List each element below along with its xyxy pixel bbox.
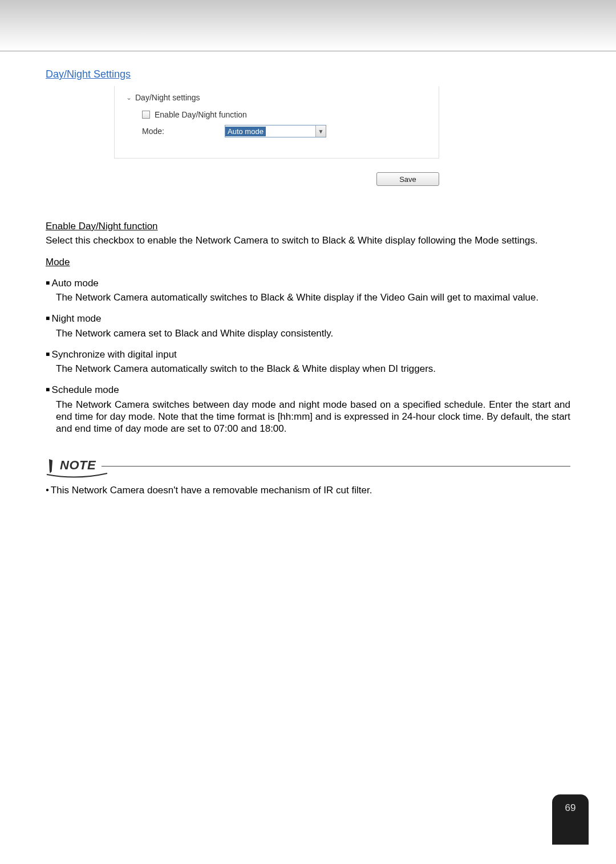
- page-header-gradient: [0, 0, 616, 51]
- documentation-body: Enable Day/Night function Select this ch…: [46, 220, 570, 435]
- mode-label: Mode:: [142, 127, 225, 136]
- page-number-tab: 69: [552, 794, 589, 845]
- chevron-down-icon: ▼: [315, 125, 326, 137]
- collapse-chevron-icon[interactable]: ⌄: [126, 94, 132, 102]
- enable-function-heading: Enable Day/Night function: [46, 221, 158, 232]
- note-underline-swoosh: [46, 472, 570, 480]
- mode-night-desc: The Network camera set to Black and Whit…: [56, 327, 570, 339]
- mode-auto-title: Auto mode: [46, 277, 570, 289]
- mode-heading: Mode: [46, 257, 70, 267]
- panel-header-label: Day/Night settings: [135, 93, 200, 102]
- mode-auto-desc: The Network Camera automatically switche…: [56, 291, 570, 303]
- mode-select[interactable]: Auto mode ▼: [225, 125, 326, 137]
- mode-select-value: Auto mode: [225, 127, 266, 136]
- mode-night-title: Night mode: [46, 313, 570, 324]
- enable-day-night-checkbox[interactable]: [142, 111, 150, 119]
- section-title: Day/Night Settings: [46, 68, 570, 80]
- note-body-text: This Network Camera doesn't have a remov…: [46, 485, 570, 496]
- day-night-settings-panel: ⌄ Day/Night settings Enable Day/Night fu…: [114, 86, 439, 159]
- enable-day-night-label: Enable Day/Night function: [155, 110, 247, 119]
- mode-schedule-title: Schedule mode: [46, 384, 570, 396]
- mode-sync-title: Synchronize with digital input: [46, 348, 570, 360]
- save-button[interactable]: Save: [376, 172, 439, 186]
- enable-function-description: Select this checkbox to enable the Netwo…: [46, 234, 570, 246]
- mode-schedule-desc: The Network Camera switches between day …: [56, 399, 570, 435]
- note-divider: [102, 466, 570, 467]
- page-number: 69: [565, 802, 576, 814]
- note-heading: NOTE: [60, 458, 96, 473]
- mode-sync-desc: The Network Camera automatically switch …: [56, 363, 570, 375]
